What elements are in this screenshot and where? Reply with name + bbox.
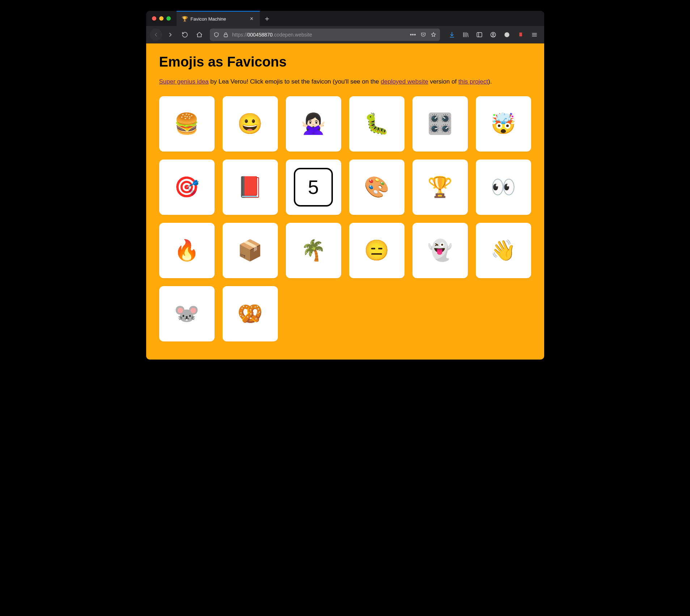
tab-title: Favicon Machine — [191, 16, 246, 22]
tracking-protection-icon[interactable] — [213, 32, 219, 38]
link-super-genius-idea[interactable]: Super genius idea — [159, 78, 209, 85]
window-zoom-button[interactable] — [166, 16, 171, 21]
lock-icon[interactable] — [223, 32, 229, 38]
link-deployed-website[interactable]: deployed website — [381, 78, 428, 85]
emoji-card-hamburger[interactable]: 🍔 — [159, 96, 215, 152]
library-icon — [462, 31, 469, 38]
toolbar-right — [446, 29, 541, 41]
sidebar-icon — [476, 31, 483, 38]
titlebar: 🏆 Favicon Machine × ＋ — [146, 11, 544, 26]
emoji-card-mouse-face[interactable]: 🐭 — [159, 286, 215, 341]
page-content: Emojis as Favicons Super genius idea by … — [146, 43, 544, 360]
emoji-grid: 🍔😀🙅🏻‍♀️🐛🎛️🤯🎯📕5🎨🏆👀🔥📦🌴😑👻👋🐭🥨 — [159, 96, 531, 341]
home-icon — [196, 31, 203, 38]
home-button[interactable] — [193, 29, 206, 41]
arrow-right-icon — [167, 31, 174, 38]
account-button[interactable] — [487, 29, 499, 41]
svg-point-4 — [504, 32, 509, 37]
emoji-card-eyes[interactable]: 👀 — [476, 160, 531, 215]
extension-button-2[interactable] — [515, 29, 527, 41]
intro-paragraph: Super genius idea by Lea Verou! Click em… — [159, 78, 507, 86]
window-controls — [146, 11, 177, 26]
tab-favicon-icon: 🏆 — [182, 16, 188, 21]
url-suffix: .codepen.website — [273, 32, 312, 38]
extension-button-1[interactable] — [501, 29, 513, 41]
window-minimize-button[interactable] — [159, 16, 164, 21]
url-text: https://000458870.codepen.website — [232, 32, 406, 38]
account-icon — [490, 31, 496, 38]
emoji-card-ghost[interactable]: 👻 — [412, 223, 468, 278]
window-close-button[interactable] — [152, 16, 156, 21]
tab-close-button[interactable]: × — [249, 16, 255, 22]
download-icon — [449, 31, 455, 38]
info-icon — [504, 31, 510, 38]
bookmark-star-icon[interactable] — [431, 32, 436, 38]
hamburger-menu-icon — [531, 31, 538, 38]
url-protocol: https:// — [232, 32, 247, 38]
page-actions-icon[interactable]: ••• — [410, 32, 416, 38]
svg-point-3 — [492, 33, 494, 35]
emoji-card-keycap-5[interactable]: 5 — [286, 160, 341, 215]
downloads-button[interactable] — [446, 29, 458, 41]
arrow-left-icon — [153, 31, 159, 38]
browser-window: 🏆 Favicon Machine × ＋ https://000 — [146, 11, 544, 360]
library-button[interactable] — [460, 29, 472, 41]
app-menu-button[interactable] — [528, 29, 541, 41]
emoji-card-bug-caterpillar[interactable]: 🐛 — [349, 96, 405, 152]
emoji-card-control-knobs[interactable]: 🎛️ — [412, 96, 468, 152]
pocket-icon[interactable] — [420, 32, 426, 38]
emoji-card-fire[interactable]: 🔥 — [159, 223, 215, 278]
emoji-card-pretzel[interactable]: 🥨 — [223, 286, 278, 341]
emoji-card-palm-tree[interactable]: 🌴 — [286, 223, 341, 278]
address-bar[interactable]: https://000458870.codepen.website ••• — [210, 29, 440, 41]
intro-text-1: by Lea Verou! Click emojis to set the fa… — [209, 78, 381, 85]
emoji-card-closed-book[interactable]: 📕 — [223, 160, 278, 215]
back-button[interactable] — [150, 29, 162, 41]
forward-button[interactable] — [164, 29, 177, 41]
emoji-card-trophy[interactable]: 🏆 — [412, 160, 468, 215]
emoji-card-artist-palette[interactable]: 🎨 — [349, 160, 405, 215]
emoji-card-expressionless-face[interactable]: 😑 — [349, 223, 405, 278]
emoji-card-exploding-head[interactable]: 🤯 — [476, 96, 531, 152]
toolbar: https://000458870.codepen.website ••• — [146, 26, 544, 43]
link-this-project[interactable]: this project — [458, 78, 488, 85]
sidebar-button[interactable] — [473, 29, 486, 41]
keycap-5-icon: 5 — [294, 168, 333, 207]
emoji-card-waving-hand[interactable]: 👋 — [476, 223, 531, 278]
intro-text-2: version of — [428, 78, 458, 85]
browser-tab[interactable]: 🏆 Favicon Machine × — [177, 11, 260, 26]
emoji-card-bullseye[interactable]: 🎯 — [159, 160, 215, 215]
svg-rect-1 — [477, 33, 482, 37]
reload-button[interactable] — [179, 29, 191, 41]
page-title: Emojis as Favicons — [159, 54, 531, 70]
address-bar-actions: ••• — [410, 32, 436, 38]
emoji-card-grinning-face[interactable]: 😀 — [223, 96, 278, 152]
intro-text-3: ). — [488, 78, 492, 85]
svg-rect-0 — [224, 34, 227, 37]
emoji-card-package[interactable]: 📦 — [223, 223, 278, 278]
flag-icon — [517, 31, 524, 38]
new-tab-button[interactable]: ＋ — [260, 11, 274, 26]
url-host: 000458870 — [247, 32, 273, 38]
emoji-card-person-gesturing-no[interactable]: 🙅🏻‍♀️ — [286, 96, 341, 152]
svg-rect-5 — [519, 33, 522, 37]
reload-icon — [182, 31, 188, 38]
